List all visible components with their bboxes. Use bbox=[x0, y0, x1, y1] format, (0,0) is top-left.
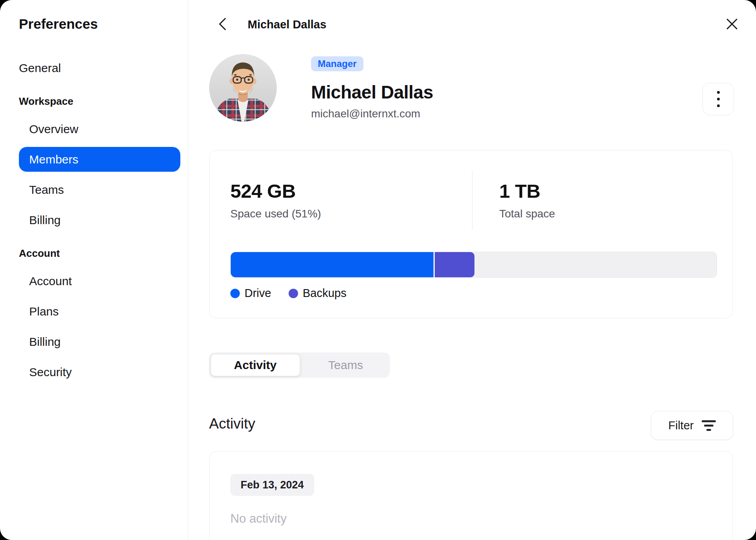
preferences-dialog: Preferences General Workspace Overview M… bbox=[0, 0, 756, 540]
profile-info: Manager Michael Dallas michael@internxt.… bbox=[311, 54, 433, 122]
sidebar-title: Preferences bbox=[19, 15, 188, 33]
sidebar-section-workspace: Workspace bbox=[19, 94, 180, 109]
storage-legend: Drive Backups bbox=[230, 287, 364, 300]
sidebar-item-general[interactable]: General bbox=[19, 56, 180, 80]
page-title: Michael Dallas bbox=[248, 15, 326, 34]
storage-progress-bar bbox=[230, 252, 717, 278]
close-icon bbox=[725, 17, 739, 32]
progress-segment-drive bbox=[231, 252, 435, 277]
tab-teams[interactable]: Teams bbox=[302, 353, 390, 378]
space-used-label: Space used (51%) bbox=[230, 208, 321, 220]
close-button[interactable] bbox=[722, 14, 742, 35]
member-name: Michael Dallas bbox=[311, 82, 433, 103]
progress-segment-backups bbox=[435, 252, 474, 277]
activity-log-card: Feb 13, 2024 No activity bbox=[209, 451, 733, 540]
total-space-stat: 1 TB Total space bbox=[499, 180, 555, 220]
back-button[interactable] bbox=[212, 14, 233, 35]
activity-empty-text: No activity bbox=[230, 512, 287, 526]
member-email: michael@internxt.com bbox=[311, 108, 433, 120]
sidebar-nav: General Workspace Overview Members Teams… bbox=[19, 56, 188, 384]
sidebar-item-members[interactable]: Members bbox=[19, 147, 180, 172]
space-used-value: 524 GB bbox=[230, 180, 321, 202]
sidebar-item-overview[interactable]: Overview bbox=[19, 117, 180, 141]
detail-tabs: Activity Teams bbox=[209, 353, 390, 378]
avatar bbox=[209, 54, 277, 122]
activity-heading: Activity bbox=[209, 416, 255, 432]
member-profile: Manager Michael Dallas michael@internxt.… bbox=[209, 54, 433, 122]
sidebar-item-teams[interactable]: Teams bbox=[19, 177, 180, 202]
storage-usage-card: 524 GB Space used (51%) 1 TB Total space… bbox=[209, 150, 733, 318]
tab-activity[interactable]: Activity bbox=[211, 354, 300, 376]
role-badge: Manager bbox=[311, 56, 363, 71]
backups-dot-icon bbox=[289, 289, 298, 298]
stat-divider bbox=[472, 171, 472, 230]
sidebar-item-plans[interactable]: Plans bbox=[19, 299, 180, 324]
activity-date-badge: Feb 13, 2024 bbox=[230, 474, 314, 496]
sidebar-item-security[interactable]: Security bbox=[19, 360, 180, 384]
kebab-menu-icon bbox=[717, 91, 720, 94]
avatar-image bbox=[209, 54, 277, 122]
member-detail-panel: Michael Dallas bbox=[188, 0, 756, 540]
drive-dot-icon bbox=[230, 289, 240, 298]
chevron-left-icon bbox=[217, 16, 228, 33]
sidebar-section-account: Account bbox=[19, 246, 180, 261]
sidebar-item-account[interactable]: Account bbox=[19, 269, 180, 293]
sidebar: Preferences General Workspace Overview M… bbox=[0, 0, 188, 540]
filter-lines-icon bbox=[702, 420, 716, 431]
total-space-label: Total space bbox=[499, 208, 555, 220]
member-options-button[interactable] bbox=[702, 83, 734, 115]
sidebar-item-billing-account[interactable]: Billing bbox=[19, 329, 180, 354]
filter-button[interactable]: Filter bbox=[651, 411, 733, 440]
sidebar-item-billing-workspace[interactable]: Billing bbox=[19, 208, 180, 232]
legend-item-drive: Drive bbox=[230, 287, 271, 300]
space-used-stat: 524 GB Space used (51%) bbox=[230, 180, 321, 220]
total-space-value: 1 TB bbox=[499, 180, 555, 202]
legend-item-backups: Backups bbox=[289, 287, 346, 300]
